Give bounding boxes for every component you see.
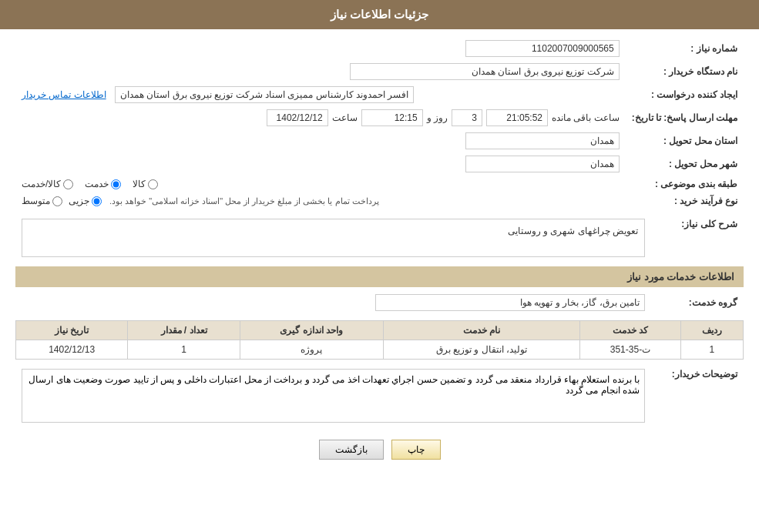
- group-label: گروه خدمت:: [651, 291, 744, 314]
- noe-farayand-row: متوسط جزیی پرداخت تمام یا بخشی از مبلغ خ…: [15, 192, 626, 209]
- baqi-label: ساعت باقی مانده: [552, 112, 620, 123]
- radio-motavaset-input[interactable]: [52, 196, 62, 206]
- radio-kala[interactable]: کالا: [133, 179, 158, 189]
- radio-jozi-label: جزیی: [69, 196, 89, 206]
- radio-kala-khadamat-input[interactable]: [63, 179, 73, 189]
- table-row: 1ت-35-351تولید، انتقال و توزیع برقپروژه1…: [16, 340, 744, 360]
- saat-box: 12:15: [361, 109, 423, 126]
- cell-tedad: 1: [128, 340, 240, 360]
- farayand-note: پرداخت تمام یا بخشی از مبلغ خریدار از مح…: [109, 196, 379, 206]
- ejad-konande-label: ایجاد کننده درخواست :: [626, 83, 744, 106]
- service-table: ردیف کد خدمت نام خدمت واحد اندازه گیری ت…: [15, 320, 744, 360]
- tozihat-label: توضیحات خریدار:: [651, 366, 744, 428]
- noe-farayand-label: نوع فرآیند خرید :: [626, 192, 744, 209]
- ejad-konande-row: اطلاعات تماس خریدار افسر احمدوند کارشناس…: [15, 83, 626, 106]
- saat-label: ساعت: [332, 112, 358, 123]
- cell-tarikh: 1402/12/13: [16, 340, 128, 360]
- shahr-row: همدان: [15, 152, 626, 176]
- radio-kala-label: کالا: [133, 179, 146, 189]
- radio-motavaset-label: متوسط: [22, 196, 50, 206]
- radio-khadamat-input[interactable]: [111, 179, 121, 189]
- group-value-box: تامین برق، گاز، بخار و تهویه هوا: [375, 294, 645, 311]
- shahr-label: شهر محل تحویل :: [626, 152, 744, 176]
- tozihat-value-cell: [15, 366, 651, 428]
- col-kod: کد خدمت: [580, 321, 681, 340]
- col-nam: نام خدمت: [383, 321, 579, 340]
- button-row: چاپ بازگشت: [15, 440, 744, 460]
- col-tedad: تعداد / مقدار: [128, 321, 240, 340]
- sharh-value: تعویض چراغهای شهری و روستایی: [508, 226, 638, 236]
- radio-khadamat[interactable]: خدمت: [85, 179, 121, 189]
- tabaqe-label: طبقه بندی موضوعی :: [626, 176, 744, 192]
- shomare-niaz-value: 1102007009000565: [15, 37, 626, 60]
- group-value-cell: تامین برق، گاز، بخار و تهویه هوا: [15, 291, 651, 314]
- mohlet-label: مهلت ارسال پاسخ: تا تاریخ:: [626, 106, 744, 129]
- tozihat-textarea[interactable]: [22, 369, 645, 423]
- radio-motavaset[interactable]: متوسط: [22, 196, 62, 206]
- sharh-label: شرح کلی نیاز:: [651, 216, 744, 260]
- page-header: جزئیات اطلاعات نیاز: [0, 0, 759, 29]
- page-title: جزئیات اطلاعات نیاز: [331, 8, 428, 21]
- baqi-box: 21:05:52: [486, 109, 548, 126]
- page-container: جزئیات اطلاعات نیاز شماره نیاز : 1102007…: [0, 0, 759, 532]
- shomare-niaz-label: شماره نیاز :: [626, 37, 744, 60]
- radio-kala-input[interactable]: [148, 179, 158, 189]
- tabaqe-row: کالا/خدمت خدمت کالا: [15, 176, 626, 192]
- shahr-box: همدان: [465, 156, 620, 172]
- cell-nam: تولید، انتقال و توزیع برق: [383, 340, 579, 360]
- radio-khadamat-label: خدمت: [85, 179, 109, 189]
- cell-vahed: پروژه: [240, 340, 383, 360]
- nam-dastgah-label: نام دستگاه خریدار :: [626, 60, 744, 83]
- tozihat-section: توضیحات خریدار:: [15, 366, 744, 428]
- chap-button[interactable]: چاپ: [391, 440, 441, 460]
- rooz-box: 3: [452, 109, 482, 126]
- radio-kala-khadamat-label: کالا/خدمت: [22, 179, 61, 189]
- sharh-section: شرح کلی نیاز: تعویض چراغهای شهری و روستا…: [15, 216, 744, 260]
- info-section: شماره نیاز : 1102007009000565 نام دستگاه…: [15, 37, 744, 209]
- main-content: شماره نیاز : 1102007009000565 نام دستگاه…: [0, 29, 759, 479]
- bazgasht-button[interactable]: بازگشت: [319, 440, 384, 460]
- radio-jozi[interactable]: جزیی: [69, 196, 102, 206]
- cell-kod: ت-35-351: [580, 340, 681, 360]
- sharh-value-cell: تعویض چراغهای شهری و روستایی: [15, 216, 651, 260]
- ostan-box: همدان: [465, 132, 620, 149]
- date-box: 1402/12/12: [267, 109, 328, 126]
- ejad-konande-box: افسر احمدوند کارشناس ممیزی اسناد شرکت تو…: [115, 86, 414, 103]
- rooz-label: روز و: [427, 112, 448, 123]
- ostan-row: همدان: [15, 129, 626, 152]
- ostan-label: استان محل تحویل :: [626, 129, 744, 152]
- cell-radif: 1: [680, 340, 743, 360]
- col-vahed: واحد اندازه گیری: [240, 321, 383, 340]
- nam-dastgah-value: شرکت توزیع نیروی برق استان همدان: [15, 60, 626, 83]
- sharh-box: تعویض چراغهای شهری و روستایی: [22, 219, 645, 257]
- shomare-niaz-box: 1102007009000565: [465, 40, 620, 57]
- contact-info-link[interactable]: اطلاعات تماس خریدار: [22, 89, 106, 100]
- nam-dastgah-box: شرکت توزیع نیروی برق استان همدان: [350, 63, 620, 80]
- col-radif: ردیف: [680, 321, 743, 340]
- khadamat-section-header: اطلاعات خدمات مورد نیاز: [15, 266, 744, 287]
- col-tarikh: تاریخ نیاز: [16, 321, 128, 340]
- mohlet-row: 1402/12/12 ساعت 12:15 روز و 3 21:05:52 س…: [15, 106, 626, 129]
- radio-jozi-input[interactable]: [92, 196, 102, 206]
- radio-kala-khadamat[interactable]: کالا/خدمت: [22, 179, 73, 189]
- group-section: گروه خدمت: تامین برق، گاز، بخار و تهویه …: [15, 291, 744, 314]
